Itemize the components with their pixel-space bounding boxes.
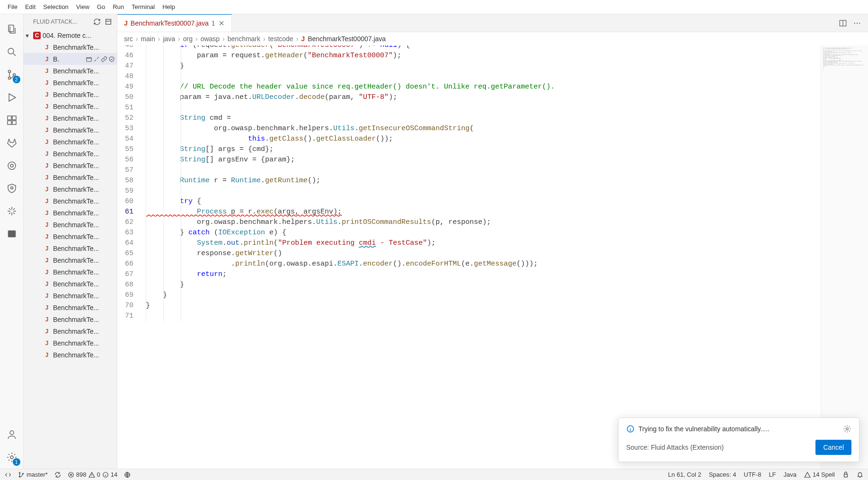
tree-file[interactable]: JBenchmarkTe... xyxy=(24,290,117,302)
tree-file[interactable]: JBenchmarkTe... xyxy=(24,100,117,112)
breadcrumb-segment[interactable]: java xyxy=(163,35,175,43)
code-line[interactable]: param = request.getHeader("BenchmarkTest… xyxy=(146,51,821,61)
menu-terminal[interactable]: Terminal xyxy=(128,1,159,12)
terminal-icon[interactable] xyxy=(0,222,23,245)
tree-file[interactable]: JBenchmarkTe... xyxy=(24,349,117,361)
tree-file[interactable]: JBenchmarkTe... xyxy=(24,41,117,53)
folder-icon[interactable] xyxy=(86,56,92,62)
menu-selection[interactable]: Selection xyxy=(39,1,72,12)
code-line[interactable]: } xyxy=(146,290,821,301)
tree-file[interactable]: JBenchmarkTe... xyxy=(24,112,117,124)
code-line[interactable]: response.getWriter() xyxy=(146,249,821,259)
menu-view[interactable]: View xyxy=(72,1,93,12)
breadcrumb-segment[interactable]: testcode xyxy=(268,35,293,43)
tree-file[interactable]: JBenchmarkTe... xyxy=(24,136,117,148)
code-line[interactable]: org.owasp.benchmark.helpers.Utils.getIns… xyxy=(146,124,821,134)
run-debug-icon[interactable] xyxy=(0,86,23,109)
tree-file[interactable]: JBenchmarkTe... xyxy=(24,195,117,207)
git-branch[interactable]: master* xyxy=(18,471,48,478)
extensions-icon[interactable] xyxy=(0,109,23,132)
breadcrumb-segment[interactable]: org xyxy=(183,35,193,43)
breadcrumb-segment[interactable]: main xyxy=(141,35,155,43)
settings-gear-icon[interactable]: 1 xyxy=(0,446,23,469)
code-line[interactable]: System.out.println("Problem executing cm… xyxy=(146,238,821,249)
menu-help[interactable]: Help xyxy=(159,1,179,12)
tree-file[interactable]: JBenchmarkTe... xyxy=(24,266,117,278)
language-mode[interactable]: Java xyxy=(784,471,797,478)
code-line[interactable] xyxy=(146,71,821,82)
code-line[interactable]: .println(org.owasp.esapi.ESAPI.encoder()… xyxy=(146,259,821,269)
code-line[interactable]: Runtime r = Runtime.getRuntime(); xyxy=(146,176,821,186)
bell-icon[interactable] xyxy=(857,471,863,478)
code-line[interactable]: } xyxy=(146,301,821,311)
encoding[interactable]: UTF-8 xyxy=(744,471,762,478)
breadcrumb-segment[interactable]: src xyxy=(124,35,133,43)
code-line[interactable]: String[] argsEnv = {param}; xyxy=(146,155,821,165)
tree-file[interactable]: JBenchmarkTe... xyxy=(24,313,117,325)
code-line[interactable]: } xyxy=(146,61,821,71)
indentation[interactable]: Spaces: 4 xyxy=(709,471,736,478)
shield-check-icon[interactable] xyxy=(108,56,115,62)
code-line[interactable]: this.getClass().getClassLoader()); xyxy=(146,134,821,144)
more-icon[interactable] xyxy=(853,19,861,27)
minimap[interactable]: if (request.getHeader("BenchmarkTest0000… xyxy=(821,45,868,469)
tree-file[interactable]: JBenchmarkTe... xyxy=(24,231,117,242)
close-icon[interactable] xyxy=(218,20,225,27)
code-line[interactable] xyxy=(146,186,821,196)
split-editor-icon[interactable] xyxy=(839,19,847,27)
code-line[interactable]: param = java.net.URLDecoder.decode(param… xyxy=(146,92,821,103)
code-line[interactable]: } xyxy=(146,280,821,290)
code-line[interactable]: org.owasp.benchmark.helpers.Utils.printO… xyxy=(146,217,821,228)
code-line[interactable]: // URL Decode the header value since req… xyxy=(146,82,821,92)
link-icon[interactable] xyxy=(101,56,107,62)
explorer-icon[interactable] xyxy=(0,18,23,41)
tree-file[interactable]: JBenchmarkTe... xyxy=(24,124,117,136)
tree-file[interactable]: JBenchmarkTe... xyxy=(24,65,117,77)
tree-file[interactable]: JBenchmarkTe... xyxy=(24,89,117,100)
tab-benchmarktest00007[interactable]: J BenchmarkTest00007.java 1 xyxy=(117,14,232,32)
tree-file[interactable]: JBenchmarkTe... xyxy=(24,278,117,290)
sparkle-icon[interactable] xyxy=(0,200,23,222)
code-editor[interactable]: 4546474849505152535455565758596061626364… xyxy=(117,45,868,469)
sync-icon[interactable] xyxy=(54,471,61,478)
eol[interactable]: LF xyxy=(769,471,776,478)
code-line[interactable]: } catch (IOException e) { xyxy=(146,228,821,238)
shield-icon[interactable] xyxy=(0,177,23,200)
tools-icon[interactable] xyxy=(93,56,100,62)
breadcrumb-segment[interactable]: BenchmarkTest00007.java xyxy=(308,35,386,43)
tree-file[interactable]: JBenchmarkTe... xyxy=(24,242,117,254)
tree-file[interactable]: JBenchmarkTe... xyxy=(24,337,117,349)
menu-run[interactable]: Run xyxy=(109,1,128,12)
tree-file[interactable]: JBenchmarkTe... xyxy=(24,160,117,171)
gitlab-icon[interactable] xyxy=(0,132,23,154)
tree-file[interactable]: JBenchmarkTe... xyxy=(24,207,117,219)
feedback-icon[interactable] xyxy=(842,471,849,478)
code-line[interactable]: return; xyxy=(146,269,821,280)
breadcrumbs[interactable]: src›main›java›org›owasp›benchmark›testco… xyxy=(117,32,868,45)
account-icon[interactable] xyxy=(0,423,23,446)
gear-icon[interactable] xyxy=(843,425,851,433)
collapse-icon[interactable] xyxy=(105,18,112,26)
code-line[interactable]: if (request.getHeader("BenchmarkTest0000… xyxy=(146,45,821,51)
code-line[interactable]: String cmd = xyxy=(146,113,821,124)
code-line[interactable]: Process p = r.exec(args, argsEnv); xyxy=(146,207,821,217)
tree-file[interactable]: JBenchmarkTe... xyxy=(24,148,117,160)
search-icon[interactable] xyxy=(0,41,23,63)
source-control-icon[interactable]: 2 xyxy=(0,63,23,86)
breadcrumb-segment[interactable]: owasp xyxy=(201,35,220,43)
code-line[interactable] xyxy=(146,103,821,113)
breadcrumb-segment[interactable]: benchmark xyxy=(228,35,260,43)
refresh-icon[interactable] xyxy=(93,18,101,26)
code-line[interactable]: String[] args = {cmd}; xyxy=(146,144,821,155)
target-icon[interactable] xyxy=(0,154,23,177)
cursor-position[interactable]: Ln 61, Col 2 xyxy=(668,471,701,478)
problems-indicator[interactable]: 898 0 14 xyxy=(68,471,117,478)
tree-file[interactable]: JBenchmarkTe... xyxy=(24,183,117,195)
tree-file[interactable]: JBenchmarkTe... xyxy=(24,219,117,231)
tree-file[interactable]: JBenchmarkTe... xyxy=(24,77,117,89)
code-line[interactable] xyxy=(146,165,821,176)
tree-file[interactable]: JBenchmarkTe... xyxy=(24,302,117,313)
code-line[interactable]: try { xyxy=(146,196,821,207)
remote-indicator[interactable] xyxy=(5,471,11,478)
menu-go[interactable]: Go xyxy=(93,1,109,12)
